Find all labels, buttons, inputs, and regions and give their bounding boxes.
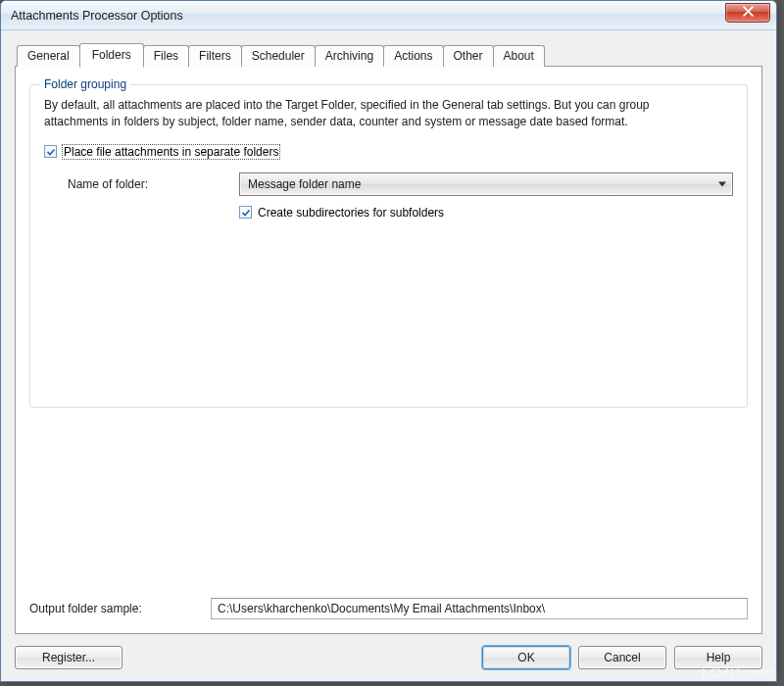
checkmark-icon [46, 147, 56, 157]
ok-button[interactable]: OK [482, 646, 570, 669]
place-file-attachments-checkbox[interactable] [44, 145, 57, 158]
groupbox-description: By default, all attachments are placed i… [44, 97, 691, 131]
title-bar[interactable]: Attachments Processor Options [1, 1, 776, 30]
tab-scheduler[interactable]: Scheduler [241, 45, 316, 67]
create-subdirectories-row[interactable]: Create subdirectories for subfolders [239, 206, 733, 220]
groupbox-title: Folder grouping [40, 77, 130, 91]
create-subdirectories-checkbox[interactable] [239, 206, 252, 219]
tab-files[interactable]: Files [143, 45, 189, 67]
output-folder-row: Output folder sample: [29, 490, 748, 619]
tab-filters[interactable]: Filters [188, 45, 242, 67]
watermark: LO4D.com [702, 663, 774, 680]
chevron-down-icon [718, 181, 726, 186]
dialog-button-row: Register... OK Cancel Help [15, 634, 762, 669]
checkmark-icon [241, 208, 251, 218]
client-area: General Folders Files Filters Scheduler … [1, 30, 776, 681]
output-folder-sample-field[interactable] [211, 598, 748, 619]
tab-actions[interactable]: Actions [383, 45, 443, 67]
folder-grouping-groupbox: Folder grouping By default, all attachme… [29, 84, 748, 408]
name-of-folder-row: Name of folder: Message folder name [68, 172, 733, 196]
tab-strip: General Folders Files Filters Scheduler … [15, 42, 762, 66]
place-file-attachments-row[interactable]: Place file attachments in separate folde… [44, 145, 733, 159]
tab-general[interactable]: General [17, 45, 80, 67]
tab-folders[interactable]: Folders [79, 43, 144, 68]
output-folder-label: Output folder sample: [29, 602, 201, 615]
tab-archiving[interactable]: Archiving [315, 45, 384, 67]
tab-other[interactable]: Other [443, 45, 494, 67]
close-button[interactable] [725, 3, 770, 23]
window-title: Attachments Processor Options [11, 9, 725, 23]
name-of-folder-label: Name of folder: [68, 177, 229, 191]
cancel-button[interactable]: Cancel [578, 646, 666, 669]
tab-page-folders: Folder grouping By default, all attachme… [15, 66, 762, 634]
name-of-folder-select[interactable]: Message folder name [239, 172, 733, 196]
tab-about[interactable]: About [493, 45, 545, 67]
create-subdirectories-label[interactable]: Create subdirectories for subfolders [258, 206, 444, 220]
register-button[interactable]: Register... [15, 646, 122, 669]
options-dialog: Attachments Processor Options General Fo… [0, 0, 777, 682]
place-file-attachments-label[interactable]: Place file attachments in separate folde… [63, 145, 279, 159]
close-icon [743, 6, 754, 20]
name-of-folder-value: Message folder name [248, 177, 361, 191]
